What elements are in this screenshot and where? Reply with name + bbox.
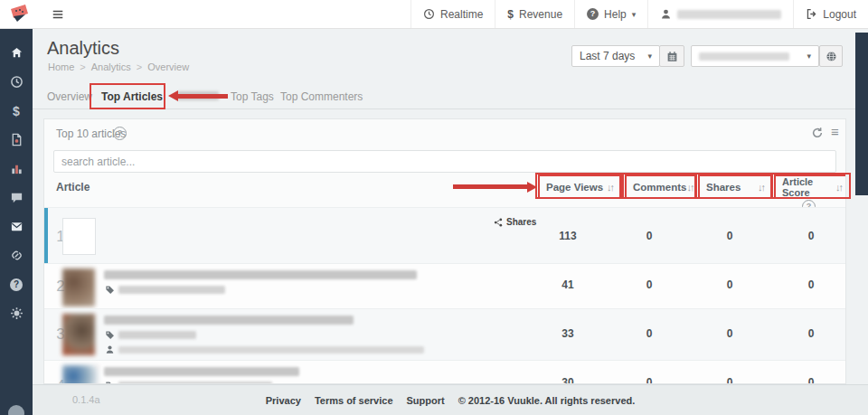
breadcrumb-home[interactable]: Home <box>48 61 74 72</box>
sidebar-item-settings[interactable] <box>0 306 33 321</box>
footer-link-privacy[interactable]: Privacy <box>266 395 301 406</box>
user-icon <box>660 8 672 20</box>
article-score-value: 0 <box>784 376 838 384</box>
globe-icon <box>826 51 837 62</box>
breadcrumb-overview: Overview <box>147 61 189 72</box>
breadcrumb-analytics[interactable]: Analytics <box>91 61 131 72</box>
clock-icon <box>423 8 435 20</box>
article-thumbnail <box>62 218 96 255</box>
sidebar-item-analytics[interactable] <box>0 161 33 176</box>
panel-menu-icon[interactable]: ≡ <box>831 126 839 138</box>
redacted-article-title[interactable] <box>104 316 354 325</box>
redacted-article-title[interactable] <box>104 367 299 376</box>
globe-button[interactable] <box>819 45 843 67</box>
annotation-arrow-columns <box>453 184 527 189</box>
analytics-dashboard: Realtime $ Revenue ? Help ▾ <box>0 0 868 415</box>
table-row[interactable]: 2 41 0 0 0 <box>44 263 845 309</box>
sidebar-nav: $ <box>0 29 33 415</box>
date-range-select[interactable]: Last 7 days ▾ <box>571 45 660 67</box>
clock-icon <box>10 75 24 89</box>
redacted-article-tag <box>118 331 196 339</box>
tag-icon <box>105 330 115 340</box>
chevron-down-icon: ▾ <box>647 52 652 61</box>
shares-label: Shares <box>706 182 741 193</box>
shares-value: 0 <box>703 376 757 384</box>
redacted-site-name <box>699 52 789 61</box>
realtime-button[interactable]: Realtime <box>410 0 495 28</box>
sidebar-item-comments[interactable] <box>0 190 33 205</box>
footer-link-terms[interactable]: Terms of service <box>315 395 393 406</box>
vuukle-logo-icon[interactable] <box>7 3 31 26</box>
page-views-value: 41 <box>541 278 595 291</box>
article-score-value: 0 <box>784 230 838 242</box>
bar-chart-icon <box>10 162 24 175</box>
realtime-label: Realtime <box>440 8 483 21</box>
tab-overview[interactable]: Overview <box>47 90 92 103</box>
column-header-comments[interactable]: Comments ↓↑ <box>625 174 696 199</box>
annotation-arrow-tab <box>177 94 228 99</box>
dollar-icon: $ <box>13 104 20 118</box>
sidebar-item-integrations[interactable] <box>0 248 33 263</box>
report-file-icon <box>10 133 24 146</box>
redacted-article-title[interactable] <box>104 270 417 279</box>
redacted-article-author <box>118 346 424 354</box>
table-row[interactable]: 1 Shares 113 0 0 0 <box>44 207 845 264</box>
site-selector[interactable]: ▾ <box>691 45 819 67</box>
user-account-menu[interactable] <box>647 0 793 28</box>
sidebar-item-messages[interactable] <box>0 219 33 234</box>
author-icon <box>105 344 115 354</box>
gear-icon <box>10 307 24 320</box>
footer-copyright: © 2012-16 Vuukle. All rights reserved. <box>458 395 636 406</box>
help-icon: ? <box>587 8 599 20</box>
sort-icon: ↓↑ <box>686 182 693 193</box>
footer-link-support[interactable]: Support <box>407 395 445 406</box>
article-score-value: 0 <box>784 278 838 291</box>
page-views-value: 30 <box>541 376 595 384</box>
page-views-value: 113 <box>541 230 595 242</box>
comments-value: 0 <box>622 327 676 340</box>
sort-icon: ↓↑ <box>758 182 764 193</box>
breadcrumb: Home > Analytics > Overview <box>48 61 189 72</box>
column-header-article-score[interactable]: Article Score ↓↑ <box>774 174 846 199</box>
tag-icon <box>105 285 115 295</box>
tabs-divider <box>33 108 855 109</box>
table-row[interactable]: 4 30 0 0 0 <box>44 360 845 384</box>
article-thumbnail <box>62 314 95 355</box>
breadcrumb-separator: > <box>80 61 85 72</box>
search-input[interactable] <box>53 150 836 173</box>
calendar-icon <box>666 51 678 62</box>
sidebar-item-realtime[interactable] <box>0 74 33 90</box>
chat-bubble-partial[interactable] <box>8 405 24 415</box>
question-icon: ? <box>10 278 23 291</box>
sidebar-item-home[interactable] <box>0 45 33 61</box>
column-header-shares[interactable]: Shares ↓↑ <box>698 174 772 199</box>
revenue-button[interactable]: $ Revenue <box>495 0 574 28</box>
tab-top-commenters[interactable]: Top Commenters <box>280 90 363 103</box>
article-thumbnail <box>62 269 95 307</box>
calendar-button[interactable] <box>659 45 684 67</box>
article-score-value: 0 <box>784 327 838 340</box>
date-range-value: Last 7 days <box>580 50 635 62</box>
panel-help-icon[interactable]: ? <box>113 127 127 140</box>
top-articles-panel: Top 10 articles ? ≡ Article Page Views ↓… <box>43 118 846 384</box>
page-views-value: 33 <box>541 327 595 340</box>
refresh-icon[interactable] <box>811 127 824 139</box>
scrollbar-thumb[interactable] <box>855 33 868 195</box>
sort-icon: ↓↑ <box>835 182 842 193</box>
sidebar-item-reports[interactable] <box>0 132 33 147</box>
help-dropdown[interactable]: ? Help ▾ <box>574 0 647 28</box>
tab-top-articles[interactable]: Top Articles <box>101 90 163 103</box>
chevron-down-icon: ▾ <box>807 52 811 61</box>
column-header-page-views[interactable]: Page Views ↓↑ <box>538 174 621 199</box>
sidebar-item-revenue[interactable]: $ <box>0 103 33 118</box>
row-accent-stripe <box>44 208 48 264</box>
hamburger-menu-icon[interactable] <box>52 8 64 21</box>
tab-top-tags[interactable]: Top Tags <box>231 90 274 103</box>
sidebar-item-help[interactable]: ? <box>0 277 33 292</box>
comments-label: Comments <box>633 182 686 193</box>
table-row[interactable]: 3 33 0 0 0 <box>44 308 845 361</box>
comments-value: 0 <box>622 376 676 384</box>
annotation-arrow-columns-head <box>527 182 537 193</box>
logout-button[interactable]: Logout <box>793 0 868 28</box>
comments-value: 0 <box>622 230 676 242</box>
